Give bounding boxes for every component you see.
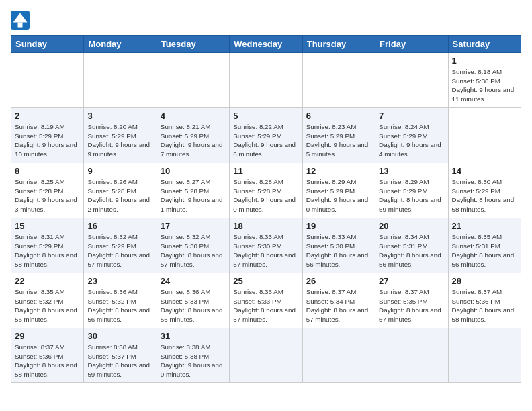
day-number-8: 8 xyxy=(15,166,80,176)
day-cell-5: 5Sunrise: 8:22 AMSunset: 5:29 PMDaylight… xyxy=(230,108,302,163)
day-cell-18: 18Sunrise: 8:33 AMSunset: 5:30 PMDayligh… xyxy=(230,218,302,273)
day-cell-14: 14Sunrise: 8:30 AMSunset: 5:29 PMDayligh… xyxy=(448,163,521,218)
day-number-27: 27 xyxy=(379,276,444,286)
day-header-sunday: Sunday xyxy=(11,36,84,53)
calendar-header-row: SundayMondayTuesdayWednesdayThursdayFrid… xyxy=(11,36,521,53)
day-info-31: Sunrise: 8:38 AMSunset: 5:38 PMDaylight:… xyxy=(161,342,226,379)
day-cell-23: 23Sunrise: 8:36 AMSunset: 5:32 PMDayligh… xyxy=(84,273,157,328)
day-number-24: 24 xyxy=(161,276,226,286)
calendar-week-2: 8Sunrise: 8:25 AMSunset: 5:28 PMDaylight… xyxy=(11,163,521,218)
day-cell-3: 3Sunrise: 8:20 AMSunset: 5:29 PMDaylight… xyxy=(84,108,157,163)
day-info-2: Sunrise: 8:19 AMSunset: 5:29 PMDaylight:… xyxy=(15,122,80,159)
day-number-17: 17 xyxy=(161,221,226,231)
day-number-18: 18 xyxy=(233,221,298,231)
svg-rect-2 xyxy=(18,23,23,28)
day-info-11: Sunrise: 8:28 AMSunset: 5:28 PMDaylight:… xyxy=(233,177,298,214)
day-number-15: 15 xyxy=(15,221,80,231)
day-info-20: Sunrise: 8:34 AMSunset: 5:31 PMDaylight:… xyxy=(379,232,444,269)
day-cell-29: 29Sunrise: 8:37 AMSunset: 5:36 PMDayligh… xyxy=(11,328,84,383)
day-number-5: 5 xyxy=(233,111,298,121)
day-info-26: Sunrise: 8:37 AMSunset: 5:34 PMDaylight:… xyxy=(306,287,371,324)
calendar-body: 1Sunrise: 8:18 AMSunset: 5:30 PMDaylight… xyxy=(11,53,521,383)
day-cell-2: 2Sunrise: 8:19 AMSunset: 5:29 PMDaylight… xyxy=(11,108,84,163)
empty-cell xyxy=(448,328,521,383)
day-cell-22: 22Sunrise: 8:35 AMSunset: 5:32 PMDayligh… xyxy=(11,273,84,328)
day-info-13: Sunrise: 8:29 AMSunset: 5:29 PMDaylight:… xyxy=(379,177,444,214)
empty-cell xyxy=(375,53,448,108)
empty-cell xyxy=(157,53,229,108)
day-number-7: 7 xyxy=(379,111,444,121)
day-cell-4: 4Sunrise: 8:21 AMSunset: 5:29 PMDaylight… xyxy=(157,108,229,163)
day-info-19: Sunrise: 8:33 AMSunset: 5:30 PMDaylight:… xyxy=(306,232,371,269)
day-number-19: 19 xyxy=(306,221,371,231)
day-number-2: 2 xyxy=(15,111,80,121)
day-info-18: Sunrise: 8:33 AMSunset: 5:30 PMDaylight:… xyxy=(233,232,298,269)
day-number-16: 16 xyxy=(87,221,152,231)
day-cell-10: 10Sunrise: 8:27 AMSunset: 5:28 PMDayligh… xyxy=(157,163,229,218)
day-number-9: 9 xyxy=(87,166,152,176)
day-info-29: Sunrise: 8:37 AMSunset: 5:36 PMDaylight:… xyxy=(15,342,80,379)
day-number-28: 28 xyxy=(452,276,517,286)
day-info-16: Sunrise: 8:32 AMSunset: 5:29 PMDaylight:… xyxy=(87,232,152,269)
day-info-21: Sunrise: 8:35 AMSunset: 5:31 PMDaylight:… xyxy=(452,232,517,269)
day-info-30: Sunrise: 8:38 AMSunset: 5:37 PMDaylight:… xyxy=(87,342,152,379)
day-info-7: Sunrise: 8:24 AMSunset: 5:29 PMDaylight:… xyxy=(379,122,444,159)
day-cell-7: 7Sunrise: 8:24 AMSunset: 5:29 PMDaylight… xyxy=(375,108,448,163)
day-number-30: 30 xyxy=(87,331,152,341)
day-info-24: Sunrise: 8:36 AMSunset: 5:33 PMDaylight:… xyxy=(161,287,226,324)
day-number-11: 11 xyxy=(233,166,298,176)
logo-icon xyxy=(11,11,30,30)
day-cell-1: 1Sunrise: 8:18 AMSunset: 5:30 PMDaylight… xyxy=(448,53,521,108)
day-header-tuesday: Tuesday xyxy=(157,36,229,53)
calendar-week-5: 29Sunrise: 8:37 AMSunset: 5:36 PMDayligh… xyxy=(11,328,521,383)
day-info-15: Sunrise: 8:31 AMSunset: 5:29 PMDaylight:… xyxy=(15,232,80,269)
day-header-wednesday: Wednesday xyxy=(230,36,302,53)
day-info-12: Sunrise: 8:29 AMSunset: 5:29 PMDaylight:… xyxy=(306,177,371,214)
day-header-friday: Friday xyxy=(375,36,448,53)
calendar-week-4: 22Sunrise: 8:35 AMSunset: 5:32 PMDayligh… xyxy=(11,273,521,328)
day-number-22: 22 xyxy=(15,276,80,286)
day-number-31: 31 xyxy=(161,331,226,341)
day-number-25: 25 xyxy=(233,276,298,286)
day-cell-17: 17Sunrise: 8:32 AMSunset: 5:30 PMDayligh… xyxy=(157,218,229,273)
day-cell-16: 16Sunrise: 8:32 AMSunset: 5:29 PMDayligh… xyxy=(84,218,157,273)
day-number-12: 12 xyxy=(306,166,371,176)
day-number-21: 21 xyxy=(452,221,517,231)
day-cell-20: 20Sunrise: 8:34 AMSunset: 5:31 PMDayligh… xyxy=(375,218,448,273)
day-info-17: Sunrise: 8:32 AMSunset: 5:30 PMDaylight:… xyxy=(161,232,226,269)
empty-cell xyxy=(84,53,157,108)
day-info-3: Sunrise: 8:20 AMSunset: 5:29 PMDaylight:… xyxy=(87,122,152,159)
day-cell-26: 26Sunrise: 8:37 AMSunset: 5:34 PMDayligh… xyxy=(302,273,375,328)
day-number-26: 26 xyxy=(306,276,371,286)
day-cell-15: 15Sunrise: 8:31 AMSunset: 5:29 PMDayligh… xyxy=(11,218,84,273)
day-cell-24: 24Sunrise: 8:36 AMSunset: 5:33 PMDayligh… xyxy=(157,273,229,328)
empty-cell xyxy=(230,53,302,108)
empty-cell xyxy=(302,53,375,108)
day-number-6: 6 xyxy=(306,111,371,121)
day-number-10: 10 xyxy=(161,166,226,176)
day-info-28: Sunrise: 8:37 AMSunset: 5:36 PMDaylight:… xyxy=(452,287,517,324)
empty-cell xyxy=(11,53,84,108)
day-number-23: 23 xyxy=(87,276,152,286)
day-info-10: Sunrise: 8:27 AMSunset: 5:28 PMDaylight:… xyxy=(161,177,226,214)
day-cell-12: 12Sunrise: 8:29 AMSunset: 5:29 PMDayligh… xyxy=(302,163,375,218)
day-info-8: Sunrise: 8:25 AMSunset: 5:28 PMDaylight:… xyxy=(15,177,80,214)
day-info-27: Sunrise: 8:37 AMSunset: 5:35 PMDaylight:… xyxy=(379,287,444,324)
day-cell-9: 9Sunrise: 8:26 AMSunset: 5:28 PMDaylight… xyxy=(84,163,157,218)
day-info-5: Sunrise: 8:22 AMSunset: 5:29 PMDaylight:… xyxy=(233,122,298,159)
day-cell-11: 11Sunrise: 8:28 AMSunset: 5:28 PMDayligh… xyxy=(230,163,302,218)
day-cell-31: 31Sunrise: 8:38 AMSunset: 5:38 PMDayligh… xyxy=(157,328,229,383)
day-info-9: Sunrise: 8:26 AMSunset: 5:28 PMDaylight:… xyxy=(87,177,152,214)
day-info-4: Sunrise: 8:21 AMSunset: 5:29 PMDaylight:… xyxy=(161,122,226,159)
day-cell-6: 6Sunrise: 8:23 AMSunset: 5:29 PMDaylight… xyxy=(302,108,375,163)
day-header-saturday: Saturday xyxy=(448,36,521,53)
day-header-thursday: Thursday xyxy=(302,36,375,53)
logo xyxy=(11,11,32,30)
day-header-monday: Monday xyxy=(84,36,157,53)
day-number-20: 20 xyxy=(379,221,444,231)
empty-cell xyxy=(230,328,302,383)
day-cell-28: 28Sunrise: 8:37 AMSunset: 5:36 PMDayligh… xyxy=(448,273,521,328)
day-cell-27: 27Sunrise: 8:37 AMSunset: 5:35 PMDayligh… xyxy=(375,273,448,328)
day-info-14: Sunrise: 8:30 AMSunset: 5:29 PMDaylight:… xyxy=(452,177,517,214)
calendar-week-0: 1Sunrise: 8:18 AMSunset: 5:30 PMDaylight… xyxy=(11,53,521,108)
